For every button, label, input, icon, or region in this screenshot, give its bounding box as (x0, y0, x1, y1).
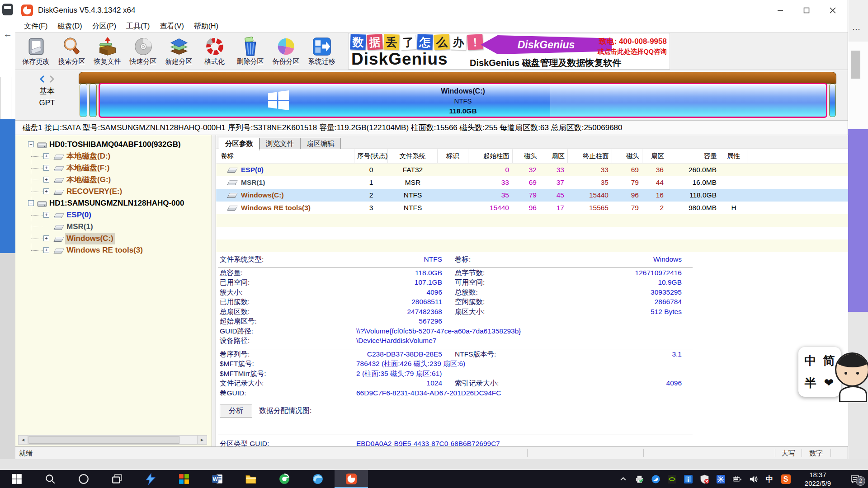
menu-item[interactable]: 分区(P) (87, 22, 121, 31)
partition-row[interactable]: Windows RE tools(3) 3 NTFS 15440 96 17 1… (216, 202, 848, 214)
taskbar-app[interactable] (167, 470, 201, 488)
tree-expander[interactable]: + (43, 247, 49, 253)
tab[interactable]: 分区参数 (219, 138, 259, 150)
toolbar-button[interactable]: 恢复文件 (90, 33, 125, 69)
taskbar-app[interactable] (268, 470, 301, 488)
toolbar-button[interactable]: 搜索分区 (54, 33, 90, 69)
scroll-left-button[interactable]: ◂ (19, 436, 28, 444)
tree-expander[interactable]: + (43, 177, 49, 183)
tray-volume-icon[interactable] (745, 470, 761, 488)
tree-expander[interactable]: + (43, 188, 49, 194)
menu-item[interactable]: 工具(T) (121, 22, 155, 31)
tree-expander[interactable]: + (43, 165, 49, 171)
taskbar-app[interactable] (301, 470, 335, 488)
tray-intel-icon[interactable] (680, 470, 696, 488)
partition-row[interactable]: Windows(C:) 2 NTFS 35 79 45 15440 96 16 … (216, 189, 848, 202)
table-header-cell[interactable]: 扇区 (540, 149, 568, 163)
partition-row[interactable]: MSR(1) 1 MSR 33 69 37 35 79 44 16.0MB (216, 176, 848, 189)
tray-printer-icon[interactable] (631, 470, 647, 488)
tab[interactable]: 浏览文件 (259, 138, 300, 149)
partition-strip-re-tools[interactable] (829, 84, 836, 117)
table-header-cell[interactable]: 属性 (720, 149, 747, 163)
ime-widget[interactable]: 中简半❤ (798, 347, 841, 397)
start-sector-cell: 17 (540, 202, 568, 214)
tree-item[interactable]: + ESP(0) (15, 209, 212, 221)
taskbar-app[interactable] (100, 470, 134, 488)
tray-battery-icon[interactable] (729, 470, 745, 488)
minimize-button[interactable] (767, 0, 793, 21)
tray-snowflake-icon[interactable] (712, 470, 729, 488)
tree-item[interactable]: + Windows(C:) (15, 233, 212, 244)
menu-item[interactable]: 磁盘(D) (52, 22, 87, 31)
toolbar-button[interactable]: 备份分区 (268, 33, 304, 69)
scroll-right-button[interactable]: ▸ (197, 436, 207, 444)
tray-chevron-icon[interactable] (615, 470, 631, 488)
tree-expander[interactable]: + (43, 212, 49, 218)
toolbar-button[interactable]: 系统迁移 (304, 33, 340, 69)
toolbar-button[interactable]: 保存更改 (18, 33, 54, 69)
toolbar-button[interactable]: 删除分区 (232, 33, 268, 69)
taskbar-app[interactable] (335, 470, 368, 488)
ad-banner[interactable]: 数据丢了怎么办！ DiskGenius DiskGenius 致电: 400-0… (348, 33, 670, 70)
tree-horizontal-scrollbar[interactable]: ◂ ▸ (18, 435, 207, 445)
table-header-cell[interactable]: 磁头 (513, 149, 540, 163)
partition-row[interactable]: ESP(0) 0 FAT32 0 32 33 33 69 36 260.0MB (216, 164, 848, 176)
action-center-icon[interactable]: 2 (842, 470, 868, 488)
scrollbar-thumb[interactable] (28, 436, 179, 444)
toolbar-button[interactable]: 格式化 (197, 33, 232, 69)
ad-contact[interactable]: 致电: 400-008-9958 或点击此处选择QQ咨询 (598, 36, 667, 56)
taskbar-app[interactable] (0, 470, 33, 488)
tray-messenger-icon[interactable] (647, 470, 664, 488)
maximize-button[interactable] (793, 0, 820, 21)
partition-strip-windows-c[interactable]: Windows(C:) NTFS 118.0GB (99, 83, 827, 118)
disk-bar[interactable] (79, 72, 836, 84)
partition-strip-msr[interactable] (89, 84, 97, 117)
partition-strip-esp[interactable] (80, 84, 87, 117)
tree-expander[interactable]: + (43, 235, 49, 241)
taskbar-app[interactable] (67, 470, 100, 488)
tree-item[interactable]: − HD0:TOSHIBAMQ04ABF100(932GB) (15, 139, 212, 150)
tray-nvidia-icon[interactable] (664, 470, 680, 488)
tree-item[interactable]: + RECOVERY(E:) (15, 186, 212, 197)
menu-item[interactable]: 帮助(H) (189, 22, 223, 31)
nav-right-icon[interactable] (48, 75, 55, 84)
panel-splitter[interactable] (212, 135, 216, 446)
table-header-cell[interactable]: 序号(状态) (354, 149, 388, 163)
taskbar-app[interactable]: W (201, 470, 234, 488)
tray-defender-icon[interactable] (696, 470, 712, 488)
table-header-cell[interactable]: 文件系统 (388, 149, 438, 163)
ad-qq-link[interactable]: 或点击此处选择QQ咨询 (598, 47, 667, 56)
table-header-cell[interactable]: 磁头 (612, 149, 642, 163)
tree-expander[interactable]: − (28, 200, 34, 206)
tree-item[interactable]: + Windows RE tools(3) (15, 244, 212, 256)
tree-item[interactable]: MSR(1) (15, 221, 212, 233)
taskbar-app[interactable] (234, 470, 268, 488)
menu-item[interactable]: 文件(F) (19, 22, 52, 31)
taskbar-clock[interactable]: 18:37 2022/5/9 (794, 470, 842, 488)
tree-item[interactable]: + 本地磁盘(D:) (15, 150, 212, 162)
tree-expander[interactable]: + (43, 153, 49, 159)
table-header-cell[interactable]: 卷标 (216, 149, 354, 163)
tree-expander[interactable]: − (28, 141, 34, 147)
tree-item[interactable]: + 本地磁盘(G:) (15, 174, 212, 186)
toolbar-button[interactable]: 新建分区 (161, 33, 197, 69)
taskbar-app[interactable] (33, 470, 67, 488)
close-button[interactable] (820, 0, 846, 21)
toolbar-button[interactable]: 快速分区 (125, 33, 161, 69)
tab[interactable]: 扇区编辑 (300, 138, 341, 149)
nav-left-icon[interactable] (39, 75, 46, 84)
tree-item[interactable]: + 本地磁盘(F:) (15, 162, 212, 174)
table-header-cell[interactable]: 标识 (438, 149, 468, 163)
table-header-cell[interactable]: 扇区 (642, 149, 667, 163)
table-header-cell[interactable]: 起始柱面 (468, 149, 513, 163)
taskbar-app[interactable] (134, 470, 167, 488)
scrollbar-thumb[interactable] (851, 51, 860, 79)
table-header-cell[interactable]: 终止柱面 (568, 149, 612, 163)
tray-sogou-icon[interactable]: S (778, 470, 794, 488)
more-options-icon: ⋯ (852, 24, 861, 34)
tree-item[interactable]: − HD1:SAMSUNGMZNLN128HAHQ-000 (15, 197, 212, 209)
tray-ime-icon[interactable]: 中 (761, 470, 778, 488)
menu-item[interactable]: 查看(V) (155, 22, 189, 31)
analyze-button[interactable]: 分析 (220, 404, 252, 418)
table-header-cell[interactable]: 容量 (667, 149, 720, 163)
